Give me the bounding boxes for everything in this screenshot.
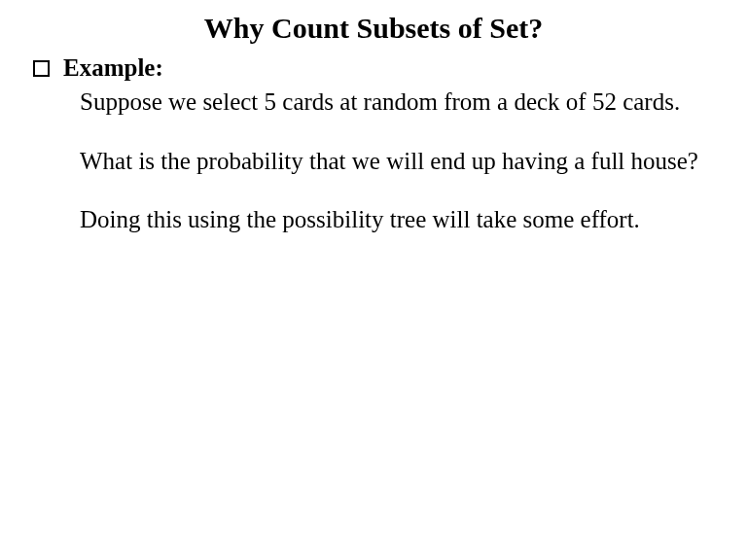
- bullet-label: Example:: [63, 54, 163, 82]
- slide-title: Why Count Subsets of Set?: [27, 12, 720, 45]
- body-text: Suppose we select 5 cards at random from…: [27, 88, 720, 235]
- hollow-square-bullet-icon: [33, 60, 50, 77]
- bullet-item: Example:: [27, 54, 720, 82]
- paragraph-1: Suppose we select 5 cards at random from…: [80, 88, 710, 118]
- paragraph-2: What is the probability that we will end…: [80, 147, 710, 177]
- paragraph-3: Doing this using the possibility tree wi…: [80, 205, 710, 235]
